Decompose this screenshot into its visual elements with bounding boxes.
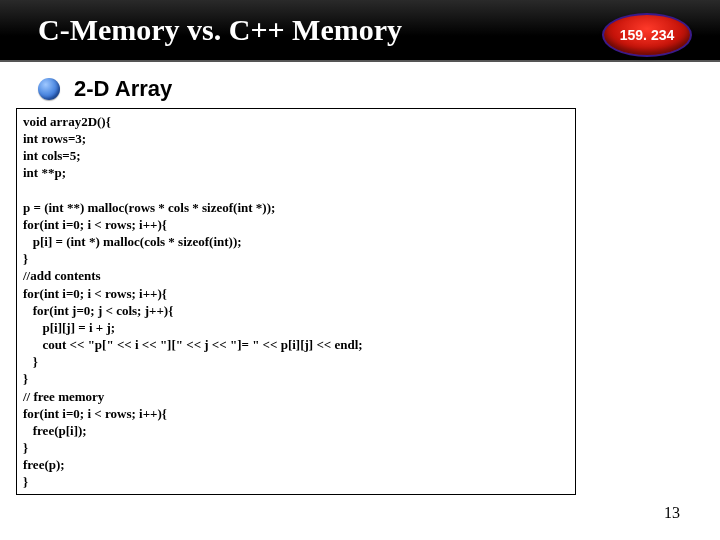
section-title: 2-D Array	[74, 76, 172, 102]
title-bar: C-Memory vs. C++ Memory 159. 234	[0, 0, 720, 62]
bullet-icon	[38, 78, 60, 100]
course-badge: 159. 234	[602, 13, 692, 57]
code-block: void array2D(){ int rows=3; int cols=5; …	[16, 108, 576, 495]
slide-title: C-Memory vs. C++ Memory	[38, 13, 402, 47]
section-header: 2-D Array	[38, 76, 720, 102]
page-number: 13	[664, 504, 680, 522]
